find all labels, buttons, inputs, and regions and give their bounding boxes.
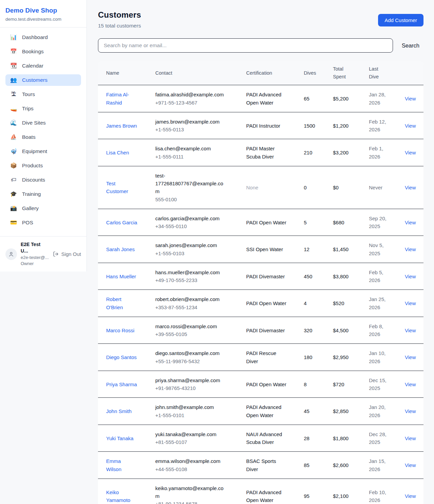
sidebar-item-pos[interactable]: 💳 POS	[5, 217, 81, 228]
customer-name-link[interactable]: Emma Wilson	[106, 457, 137, 473]
sign-out-button[interactable]: Sign Out	[53, 251, 81, 257]
customer-email: diego.santos@example.com	[155, 349, 225, 357]
view-customer-link[interactable]: View	[405, 462, 416, 468]
customer-email: lisa.chen@example.com	[155, 145, 225, 152]
view-customer-link[interactable]: View	[405, 274, 416, 279]
search-button[interactable]: Search	[398, 40, 423, 52]
customer-name-link[interactable]: John Smith	[106, 407, 132, 415]
customer-last-dive: Jan 25, 2026	[369, 295, 396, 311]
view-customer-link[interactable]: View	[405, 185, 416, 190]
customer-name-link[interactable]: Sarah Jones	[106, 245, 135, 253]
table-row: Emma Wilson emma.wilson@example.com +44-…	[98, 452, 423, 479]
sidebar-item-gallery[interactable]: 📸 Gallery	[5, 203, 81, 214]
sidebar-item-discounts[interactable]: 🏷 Discounts	[5, 174, 81, 186]
sidebar-item-label: Training	[22, 191, 41, 197]
customer-dives: 1500	[304, 122, 328, 130]
bookings-icon: 📅	[10, 49, 17, 54]
sidebar-item-products[interactable]: 📦 Products	[5, 160, 81, 171]
customer-name-link[interactable]: Keiko Yamamoto	[106, 488, 137, 504]
customer-phone: +81-90-1234-5678	[155, 500, 225, 504]
sidebar-item-training[interactable]: 🎓 Training	[5, 188, 81, 200]
customer-certification: PADI Divemaster	[246, 326, 288, 334]
sidebar-item-boats[interactable]: ⛵ Boats	[5, 131, 81, 143]
sidebar-item-dashboard[interactable]: 📊 Dashboard	[5, 32, 81, 43]
column-header: Last Dive	[369, 61, 405, 85]
sidebar-item-trips[interactable]: 🚤 Trips	[5, 103, 81, 114]
customer-name-link[interactable]: Diego Santos	[106, 353, 137, 361]
view-customer-link[interactable]: View	[405, 96, 416, 101]
customer-phone: +353-87-555-1234	[155, 303, 225, 311]
column-header: Dives	[304, 61, 333, 85]
view-customer-link[interactable]: View	[405, 354, 416, 360]
customer-last-dive: Jan 28, 2026	[369, 91, 396, 107]
customer-name-link[interactable]: Marco Rossi	[106, 326, 134, 334]
customer-last-dive: Jan 15, 2026	[369, 457, 396, 473]
customer-name-link[interactable]: Robert O'Brien	[106, 295, 137, 311]
sidebar-user-panel: E2E Test U... e2e-tester@... Owner Sign …	[0, 236, 86, 272]
tours-icon: 🏝	[10, 92, 17, 97]
sidebar-item-calendar[interactable]: 📆 Calendar	[5, 60, 81, 72]
table-row: Yuki Tanaka yuki.tanaka@example.com +81-…	[98, 425, 423, 452]
customer-email: priya.sharma@example.com	[155, 376, 225, 384]
customer-last-dive: Never	[369, 184, 396, 191]
customer-certification: PADI Rescue Diver	[246, 349, 288, 365]
view-customer-link[interactable]: View	[405, 381, 416, 387]
customer-name-link[interactable]: Test Customer	[106, 180, 137, 195]
search-input[interactable]	[98, 38, 393, 53]
customer-certification: PADI Master Scuba Diver	[246, 145, 288, 161]
user-role: Owner	[21, 261, 49, 267]
shop-name: Demo Dive Shop	[5, 7, 81, 14]
customer-name-link[interactable]: Yuki Tanaka	[106, 434, 134, 442]
customer-certification: PADI Advanced Open Water	[246, 91, 288, 107]
table-row: Diego Santos diego.santos@example.com +5…	[98, 344, 423, 371]
view-customer-link[interactable]: View	[405, 246, 416, 252]
add-customer-button[interactable]: Add Customer	[378, 14, 423, 26]
user-icon	[8, 251, 14, 257]
customer-total-spent: $1,200	[333, 122, 363, 130]
customer-name-link[interactable]: Hans Mueller	[106, 273, 136, 280]
customer-dives: 4	[304, 299, 328, 307]
customer-certification: PADI Instructor	[246, 122, 288, 130]
view-customer-link[interactable]: View	[405, 435, 416, 441]
customer-name-link[interactable]: Priya Sharma	[106, 380, 137, 388]
view-customer-link[interactable]: View	[405, 300, 416, 306]
customer-email: james.brown@example.com	[155, 118, 225, 126]
view-customer-link[interactable]: View	[405, 328, 416, 333]
dive-sites-icon: 🌊	[10, 120, 17, 126]
customer-dives: 450	[304, 273, 328, 280]
customer-name-link[interactable]: Lisa Chen	[106, 149, 129, 156]
page-header: Customers 15 total customers Add Custome…	[98, 10, 423, 29]
customers-table: NameContactCertificationDivesTotal Spent…	[98, 61, 423, 504]
table-row: Robert O'Brien robert.obrien@example.com…	[98, 290, 423, 317]
view-customer-link[interactable]: View	[405, 123, 416, 129]
sidebar-item-dive-sites[interactable]: 🌊 Dive Sites	[5, 117, 81, 129]
page-title: Customers	[98, 10, 141, 20]
view-customer-link[interactable]: View	[405, 408, 416, 414]
view-customer-link[interactable]: View	[405, 220, 416, 225]
table-row: Marco Rossi marco.rossi@example.com +39-…	[98, 317, 423, 344]
customer-certification: PADI Open Water	[246, 380, 288, 388]
customer-total-spent: $1,450	[333, 245, 363, 253]
customer-email: test-1772681807767@example.com	[155, 172, 225, 195]
customer-dives: 8	[304, 380, 328, 388]
customer-last-dive: Feb 1, 2026	[369, 145, 396, 161]
view-customer-link[interactable]: View	[405, 150, 416, 155]
customer-dives: 28	[304, 434, 328, 442]
customer-certification: None	[246, 184, 288, 191]
customer-name-link[interactable]: James Brown	[106, 122, 137, 130]
sidebar-header: Demo Dive Shop demo.test.divestreams.com	[0, 0, 86, 27]
customer-name-link[interactable]: Carlos Garcia	[106, 219, 137, 226]
customer-dives: 45	[304, 407, 328, 415]
sidebar-item-label: Gallery	[22, 205, 39, 211]
customer-email: keiko.yamamoto@example.com	[155, 484, 225, 500]
view-customer-link[interactable]: View	[405, 493, 416, 499]
sidebar-item-tours[interactable]: 🏝 Tours	[5, 89, 81, 100]
customer-name-link[interactable]: Fatima Al-Rashid	[106, 91, 137, 107]
sign-out-label: Sign Out	[61, 251, 81, 257]
sidebar-item-equipment[interactable]: 🤿 Equipment	[5, 146, 81, 157]
customer-dives: 65	[304, 95, 328, 102]
sidebar-item-customers[interactable]: 👥 Customers	[5, 74, 81, 86]
sidebar-item-bookings[interactable]: 📅 Bookings	[5, 46, 81, 57]
sidebar-nav: 📊 Dashboard 📅 Bookings 📆 Calendar 👥 Cust…	[0, 27, 86, 236]
sidebar-item-label: Bookings	[22, 49, 44, 55]
